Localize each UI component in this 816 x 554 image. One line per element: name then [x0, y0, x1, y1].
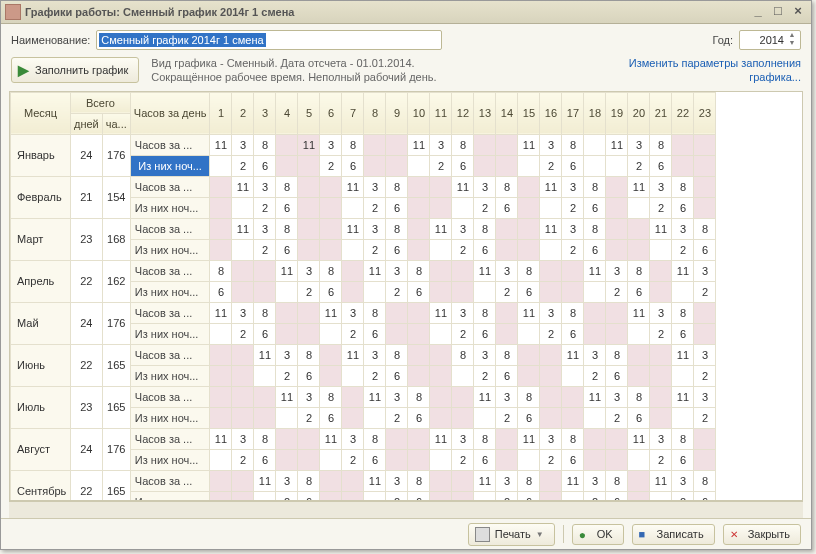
cell[interactable]: 8 — [254, 302, 276, 323]
cell[interactable] — [210, 176, 232, 197]
cell[interactable] — [298, 302, 320, 323]
cell[interactable]: 8 — [584, 218, 606, 239]
cell[interactable] — [452, 386, 474, 407]
cell[interactable] — [584, 155, 606, 176]
cell[interactable] — [606, 302, 628, 323]
cell[interactable]: 11 — [276, 260, 298, 281]
cell[interactable] — [606, 218, 628, 239]
cell[interactable]: 3 — [386, 470, 408, 491]
cell[interactable]: 11 — [628, 176, 650, 197]
cell[interactable] — [298, 449, 320, 470]
cell[interactable]: 3 — [606, 260, 628, 281]
cell[interactable] — [342, 470, 364, 491]
cell[interactable] — [650, 407, 672, 428]
cell[interactable]: 6 — [386, 239, 408, 260]
cell[interactable] — [562, 365, 584, 386]
cell[interactable] — [694, 134, 716, 155]
sub-hours-7[interactable]: Часов за ... — [130, 428, 210, 449]
cell[interactable] — [584, 134, 606, 155]
cell[interactable]: 2 — [364, 365, 386, 386]
cell[interactable] — [232, 407, 254, 428]
sub-hours-3[interactable]: Часов за ... — [130, 260, 210, 281]
close-button-footer[interactable]: Закрыть — [723, 524, 801, 545]
cell[interactable]: 2 — [672, 491, 694, 501]
cell[interactable]: 6 — [474, 239, 496, 260]
cell[interactable] — [562, 260, 584, 281]
cell[interactable]: 6 — [496, 365, 518, 386]
cell[interactable]: 2 — [650, 449, 672, 470]
cell[interactable]: 8 — [386, 344, 408, 365]
cell[interactable]: 2 — [584, 365, 606, 386]
cell[interactable] — [672, 281, 694, 302]
cell[interactable] — [298, 218, 320, 239]
cell[interactable]: 2 — [672, 239, 694, 260]
cell[interactable]: 3 — [232, 302, 254, 323]
cell[interactable]: 3 — [320, 134, 342, 155]
cell[interactable]: 2 — [496, 407, 518, 428]
cell[interactable]: 8 — [452, 134, 474, 155]
cell[interactable]: 11 — [474, 470, 496, 491]
sub-hours-4[interactable]: Часов за ... — [130, 302, 210, 323]
cell[interactable]: 11 — [342, 344, 364, 365]
cell[interactable]: 3 — [584, 344, 606, 365]
cell[interactable] — [628, 197, 650, 218]
cell[interactable] — [430, 470, 452, 491]
cell[interactable]: 8 — [562, 428, 584, 449]
cell[interactable]: 6 — [694, 239, 716, 260]
schedule-grid[interactable]: МесяцВсегоЧасов за день12345678910111213… — [9, 91, 803, 501]
cell[interactable]: 11 — [364, 260, 386, 281]
cell[interactable]: 6 — [408, 407, 430, 428]
cell[interactable]: 6 — [562, 323, 584, 344]
cell[interactable]: 6 — [562, 155, 584, 176]
cell[interactable]: 11 — [628, 428, 650, 449]
save-button[interactable]: Записать — [632, 524, 715, 545]
cell[interactable]: 6 — [342, 155, 364, 176]
cell[interactable] — [408, 323, 430, 344]
cell[interactable] — [628, 470, 650, 491]
cell[interactable]: 3 — [672, 470, 694, 491]
cell[interactable]: 3 — [342, 428, 364, 449]
cell[interactable] — [254, 491, 276, 501]
cell[interactable] — [694, 428, 716, 449]
fill-schedule-button[interactable]: ▶ Заполнить график — [11, 57, 139, 83]
cell[interactable]: 8 — [562, 302, 584, 323]
cell[interactable]: 11 — [628, 302, 650, 323]
cell[interactable] — [408, 302, 430, 323]
cell[interactable]: 6 — [452, 155, 474, 176]
cell[interactable]: 8 — [364, 428, 386, 449]
cell[interactable] — [452, 491, 474, 501]
cell[interactable]: 3 — [540, 302, 562, 323]
maximize-button[interactable]: □ — [769, 4, 787, 20]
cell[interactable] — [628, 239, 650, 260]
sub-hours-2[interactable]: Часов за ... — [130, 218, 210, 239]
cell[interactable] — [232, 260, 254, 281]
cell[interactable] — [210, 323, 232, 344]
cell[interactable] — [672, 134, 694, 155]
cell[interactable] — [562, 281, 584, 302]
cell[interactable]: 2 — [386, 491, 408, 501]
cell[interactable]: 3 — [364, 344, 386, 365]
cell[interactable]: 2 — [254, 197, 276, 218]
cell[interactable]: 11 — [232, 176, 254, 197]
cell[interactable]: 8 — [408, 260, 430, 281]
cell[interactable] — [452, 260, 474, 281]
cell[interactable]: 6 — [606, 365, 628, 386]
cell[interactable] — [474, 134, 496, 155]
cell[interactable]: 6 — [518, 407, 540, 428]
cell[interactable]: 8 — [518, 260, 540, 281]
cell[interactable]: 11 — [540, 218, 562, 239]
cell[interactable] — [430, 449, 452, 470]
cell[interactable] — [430, 386, 452, 407]
name-input[interactable]: Сменный график 2014г 1 смена — [96, 30, 442, 50]
cell[interactable] — [650, 365, 672, 386]
cell[interactable] — [452, 365, 474, 386]
cell[interactable] — [584, 323, 606, 344]
cell[interactable]: 2 — [452, 323, 474, 344]
sub-night-2[interactable]: Из них ноч... — [130, 239, 210, 260]
cell[interactable]: 2 — [474, 197, 496, 218]
cell[interactable] — [342, 407, 364, 428]
cell[interactable]: 2 — [276, 491, 298, 501]
cell[interactable]: 6 — [650, 155, 672, 176]
cell[interactable] — [210, 365, 232, 386]
cell[interactable]: 11 — [430, 218, 452, 239]
